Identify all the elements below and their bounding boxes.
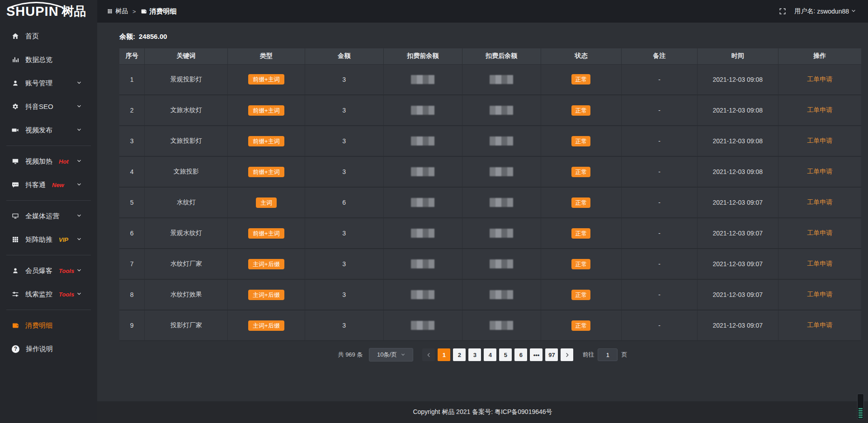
sidebar-item[interactable]: 视频加热Hot	[6, 150, 91, 173]
table-row: 2文旅水纹灯前缀+主词3正常-2021-12-03 09:08工单申请	[119, 95, 861, 126]
work-order-link[interactable]: 工单申请	[807, 198, 832, 206]
breadcrumb-item-home[interactable]: 树品	[107, 7, 128, 15]
wallet-icon	[141, 8, 147, 14]
cell-balance-before	[383, 126, 462, 156]
sidebar-item[interactable]: 抖音SEO	[6, 95, 91, 118]
table-row: 7水纹灯厂家主词+后缀3正常-2021-12-03 09:07工单申请	[119, 249, 861, 279]
sidebar-item-label: 线索监控	[25, 290, 52, 299]
work-order-link[interactable]: 工单申请	[807, 137, 832, 144]
logo[interactable]: SHUPIN 树品	[0, 0, 97, 23]
sidebar-item[interactable]: 抖客通New	[6, 173, 91, 197]
page-button[interactable]: 1	[438, 348, 450, 361]
sidebar-item-label: 视频发布	[25, 126, 52, 135]
status-badge: 正常	[571, 290, 590, 300]
goto-suffix: 页	[621, 351, 627, 359]
chevron-down-icon	[76, 268, 88, 273]
layout: 首页数据总览账号管理抖音SEO视频发布视频加热Hot抖客通New全媒体运营矩阵助…	[0, 23, 868, 423]
page-button[interactable]: 3	[468, 348, 481, 361]
fullscreen-icon[interactable]	[779, 8, 786, 15]
cell-index: 5	[119, 187, 145, 218]
sidebar-item-label: 操作说明	[26, 345, 53, 353]
cell-type: 前缀+主词	[228, 218, 305, 249]
chevron-down-icon	[76, 213, 88, 219]
sidebar-group: 首页数据总览账号管理抖音SEO视频发布	[6, 24, 91, 142]
sidebar-item[interactable]: ?操作说明	[6, 337, 91, 361]
goto-page-input[interactable]	[598, 348, 618, 361]
table-row: 6景观水纹灯前缀+主词3正常-2021-12-03 09:07工单申请	[119, 218, 861, 249]
table-row: 5水纹灯主词6正常-2021-12-03 09:07工单申请	[119, 187, 861, 218]
breadcrumb-item-current[interactable]: 消费明细	[141, 7, 177, 16]
sidebar-item-badge: Hot	[59, 158, 69, 165]
video-camera-icon	[12, 127, 19, 134]
blurred-amount	[490, 198, 513, 207]
sidebar-item[interactable]: 首页	[6, 24, 91, 48]
prev-page-button[interactable]	[422, 348, 435, 361]
work-order-link[interactable]: 工单申请	[807, 168, 832, 175]
cell-time: 2021-12-03 09:08	[697, 156, 778, 187]
cell-balance-before	[383, 156, 462, 187]
chevron-down-icon	[76, 159, 88, 164]
cell-index: 7	[119, 249, 145, 279]
page-button[interactable]: 5	[499, 348, 512, 361]
cell-index: 6	[119, 218, 145, 249]
chevron-down-icon	[76, 237, 88, 242]
cell-time: 2021-12-03 09:07	[697, 187, 778, 218]
sidebar-item[interactable]: 会员爆客Tools	[6, 259, 91, 282]
page-button[interactable]: 4	[484, 348, 496, 361]
sidebar-item-label: 矩阵助推	[25, 235, 52, 244]
cell-index: 8	[119, 279, 145, 310]
work-order-link[interactable]: 工单申请	[807, 321, 832, 329]
work-order-link[interactable]: 工单申请	[807, 106, 832, 113]
page-size-select[interactable]: 10条/页	[369, 348, 413, 362]
page-button[interactable]: 6	[514, 348, 527, 361]
sidebar-item[interactable]: 消费明细	[6, 314, 91, 337]
sidebar-item[interactable]: 全媒体运营	[6, 204, 91, 228]
cell-keyword: 景观投影灯	[145, 64, 228, 95]
more-pages-button[interactable]: •••	[530, 348, 542, 361]
sidebar-item[interactable]: 视频发布	[6, 118, 91, 142]
work-order-link[interactable]: 工单申请	[807, 75, 832, 83]
scrollbar-widget[interactable]	[857, 394, 864, 420]
cell-amount: 3	[305, 64, 383, 95]
page-button[interactable]: 2	[453, 348, 466, 361]
sidebar-item[interactable]: 数据总览	[6, 48, 91, 71]
page-button[interactable]: 97	[545, 348, 558, 361]
page-buttons: 123456•••97	[438, 348, 558, 361]
type-badge: 主词+后缀	[248, 320, 284, 331]
sidebar-item[interactable]: 线索监控Tools	[6, 282, 91, 306]
breadcrumb-separator: >	[132, 8, 136, 15]
user-menu[interactable]: 用户名: zswodun88	[794, 7, 856, 15]
monitor-icon	[12, 212, 19, 220]
column-header: 扣费前余额	[383, 48, 462, 64]
logo-arc-icon	[7, 1, 65, 10]
table-header-row: 序号关键词类型金额扣费前余额扣费后余额状态备注时间操作	[119, 48, 861, 64]
cell-type: 主词+后缀	[228, 279, 305, 310]
cell-action: 工单申请	[778, 187, 861, 218]
sidebar-group: 视频加热Hot抖客通New	[6, 146, 91, 197]
type-badge: 前缀+主词	[248, 167, 284, 177]
chevron-down-icon	[76, 127, 82, 133]
cell-balance-after	[462, 187, 541, 218]
cell-keyword: 景观水纹灯	[145, 218, 228, 249]
next-page-button[interactable]	[561, 348, 573, 361]
cell-status: 正常	[541, 187, 622, 218]
cell-type: 主词+后缀	[228, 310, 305, 341]
cell-time: 2021-12-03 09:07	[697, 218, 778, 249]
work-order-link[interactable]: 工单申请	[807, 260, 832, 267]
cell-action: 工单申请	[778, 218, 861, 249]
cell-action: 工单申请	[778, 249, 861, 279]
blurred-amount	[490, 136, 513, 146]
cell-type: 前缀+主词	[228, 64, 305, 95]
blurred-amount	[411, 198, 434, 207]
chevron-down-icon	[76, 182, 88, 188]
status-badge: 正常	[571, 197, 590, 208]
sidebar-item-badge: Tools	[59, 291, 74, 298]
work-order-link[interactable]: 工单申请	[807, 229, 832, 236]
sidebar-item[interactable]: 账号管理	[6, 71, 91, 95]
work-order-link[interactable]: 工单申请	[807, 291, 832, 298]
gear-icon	[12, 103, 19, 110]
sidebar-item[interactable]: 矩阵助推VIP	[6, 228, 91, 251]
status-badge: 正常	[571, 105, 590, 116]
chevron-down-icon	[76, 80, 82, 86]
blurred-amount	[411, 75, 434, 84]
